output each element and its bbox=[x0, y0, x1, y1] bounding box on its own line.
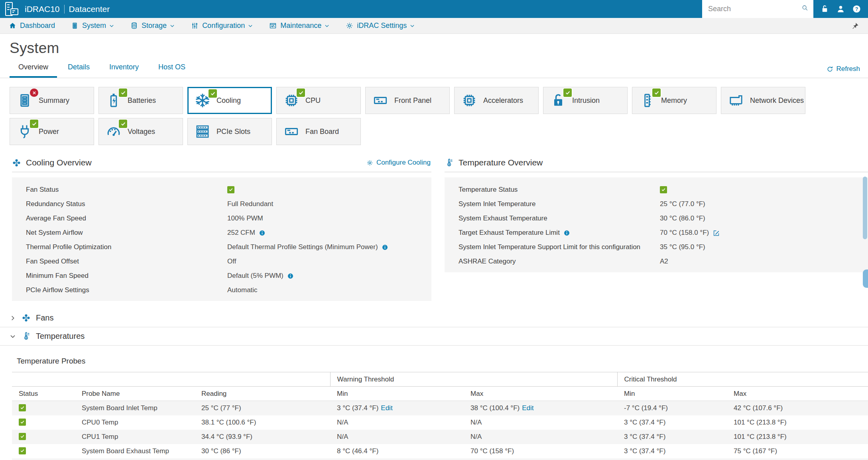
cell-warning-min-text: 8 °C (46.4 °F) bbox=[337, 447, 378, 455]
nav-item-system[interactable]: System bbox=[71, 22, 114, 30]
edit-link[interactable]: Edit bbox=[381, 404, 392, 412]
tile-voltages[interactable]: Voltages bbox=[98, 118, 183, 145]
tile-label: Cooling bbox=[217, 96, 241, 105]
tile-pcie-slots[interactable]: PCIe Slots bbox=[187, 118, 272, 145]
cooling-row-fan-status: Fan Status bbox=[12, 183, 431, 197]
refresh-button[interactable]: Refresh bbox=[827, 65, 860, 78]
table-row: System Board Inlet Temp25 °C (77 °F)3 °C… bbox=[12, 401, 868, 415]
side-flyout-tab[interactable] bbox=[863, 269, 868, 288]
kv-label-text: Fan Speed Offset bbox=[26, 258, 79, 265]
chevron-down-icon bbox=[248, 23, 253, 29]
kv-value: 70 °C (158.0 °F) bbox=[660, 229, 720, 237]
cell-warning-max: N/A bbox=[464, 415, 617, 430]
cell-reading: 30 °C (86 °F) bbox=[195, 444, 330, 458]
tile-summary[interactable]: Summary bbox=[10, 87, 94, 114]
kv-value-text: 100% PWM bbox=[227, 214, 263, 222]
global-search[interactable] bbox=[702, 0, 813, 18]
edit-icon[interactable] bbox=[713, 229, 720, 237]
info-icon[interactable] bbox=[287, 273, 294, 279]
tile-power[interactable]: Power bbox=[10, 118, 94, 145]
kv-label: Average Fan Speed bbox=[26, 214, 227, 222]
fan-icon bbox=[22, 313, 31, 322]
tab-details[interactable]: Details bbox=[59, 61, 98, 78]
status-ok-icon bbox=[227, 186, 234, 193]
cell-critical-max-text: 101 °C (213.8 °F) bbox=[734, 419, 787, 426]
main-nav: DashboardSystemStorageConfigurationMaint… bbox=[0, 18, 868, 34]
temperatures-section-toggle[interactable]: Temperatures bbox=[0, 327, 868, 346]
cooling-overview-section: Cooling Overview Configure Cooling Fan S… bbox=[12, 156, 431, 301]
search-input[interactable] bbox=[707, 4, 801, 14]
tile-label: Front Panel bbox=[394, 96, 431, 105]
cooling-overview-title: Cooling Overview bbox=[26, 158, 92, 167]
info-icon[interactable] bbox=[259, 230, 266, 236]
tile-cooling[interactable]: Cooling bbox=[187, 87, 272, 114]
kv-label-text: PCIe Airflow Settings bbox=[26, 286, 89, 294]
status-ok-badge bbox=[563, 88, 572, 97]
info-icon[interactable] bbox=[563, 230, 570, 236]
pin-icon[interactable] bbox=[851, 22, 859, 30]
cooling-row-average-fan-speed: Average Fan Speed100% PWM bbox=[12, 211, 431, 226]
cell-reading: 38.1 °C (100.6 °F) bbox=[195, 415, 330, 430]
nav-item-storage[interactable]: Storage bbox=[130, 22, 175, 30]
kv-label-text: Temperature Status bbox=[459, 186, 518, 194]
group-header-blank bbox=[12, 372, 330, 387]
tile-network-devices[interactable]: Network Devices bbox=[721, 87, 805, 114]
cell-probe-name: Max DIMM Temperature bbox=[75, 458, 195, 460]
cell-probe-name: System Board Exhaust Temp bbox=[75, 444, 195, 458]
tile-fan-board[interactable]: Fan Board bbox=[276, 118, 361, 145]
tile-batteries[interactable]: Batteries bbox=[98, 87, 183, 114]
nav-item-dashboard[interactable]: Dashboard bbox=[9, 22, 55, 30]
nav-item-configuration[interactable]: Configuration bbox=[191, 22, 253, 30]
tile-label: CPU bbox=[305, 96, 321, 105]
lock-open-icon[interactable] bbox=[820, 4, 829, 14]
table-row: System Board Exhaust Temp30 °C (86 °F)8 … bbox=[12, 444, 868, 458]
tab-inventory[interactable]: Inventory bbox=[100, 61, 148, 78]
kv-value-text: Default (5% PWM) bbox=[227, 272, 283, 280]
edit-link[interactable]: Edit bbox=[522, 404, 533, 412]
tile-cpu[interactable]: CPU bbox=[276, 87, 361, 114]
cell-critical-min: N/A bbox=[617, 458, 727, 460]
nav-item-maintenance[interactable]: Maintenance bbox=[269, 22, 330, 30]
help-icon[interactable]: ? bbox=[852, 4, 861, 14]
kv-value-text: A2 bbox=[660, 258, 668, 265]
tile-intrusion[interactable]: Intrusion bbox=[543, 87, 628, 114]
cell-critical-min: 3 °C (37.4 °F) bbox=[617, 415, 727, 430]
cooling-row-pcie-airflow-settings: PCIe Airflow SettingsAutomatic bbox=[12, 283, 431, 297]
status-ok-badge bbox=[297, 88, 305, 97]
kv-value: 100% PWM bbox=[227, 214, 263, 222]
user-icon[interactable] bbox=[836, 4, 845, 14]
kv-label-text: Thermal Profile Optimization bbox=[26, 243, 111, 251]
column-header-status: Status bbox=[12, 387, 75, 401]
fans-section-toggle[interactable]: Fans bbox=[0, 309, 868, 327]
kv-value: Default (5% PWM) bbox=[227, 272, 294, 280]
configure-cooling-link[interactable]: Configure Cooling bbox=[366, 159, 431, 167]
cell-warning-min: 3 °C (37.4 °F)Edit bbox=[330, 401, 464, 415]
tile-label: Summary bbox=[39, 96, 69, 105]
cell-probe-name-text: CPU1 Temp bbox=[82, 433, 118, 440]
kv-label: ASHRAE Category bbox=[459, 258, 660, 265]
nav-item-label: iDRAC Settings bbox=[357, 22, 407, 30]
group-header-warning-threshold: Warning Threshold bbox=[330, 372, 617, 387]
tab-overview[interactable]: Overview bbox=[10, 61, 57, 78]
tile-memory[interactable]: Memory bbox=[632, 87, 716, 114]
tile-front-panel[interactable]: Front Panel bbox=[365, 87, 450, 114]
cell-probe-name-text: System Board Exhaust Temp bbox=[82, 447, 169, 455]
kv-value: 252 CFM bbox=[227, 229, 266, 237]
cooling-overview-panel: Fan StatusRedundancy StatusFull Redundan… bbox=[12, 177, 431, 301]
kv-value-text: 252 CFM bbox=[227, 229, 255, 237]
tile-accelerators[interactable]: Accelerators bbox=[454, 87, 539, 114]
tab-host-os[interactable]: Host OS bbox=[150, 61, 194, 78]
search-icon[interactable] bbox=[801, 4, 808, 14]
cell-reading: 25 °C (77 °F) bbox=[195, 401, 330, 415]
temperature-row-system-exhaust-temperature: System Exhaust Temperature30 °C (86.0 °F… bbox=[445, 211, 868, 226]
column-header-reading: Reading bbox=[195, 387, 330, 401]
nav-item-idrac-settings[interactable]: iDRAC Settings bbox=[346, 22, 415, 30]
temperature-row-system-inlet-temperature-support-limit-for-this-configuration: System Inlet Temperature Support Limit f… bbox=[445, 240, 868, 254]
kv-value: 30 °C (86.0 °F) bbox=[660, 214, 705, 222]
panel-icon bbox=[372, 92, 388, 108]
scrollbar-thumb[interactable] bbox=[863, 177, 867, 239]
nav-item-label: Maintenance bbox=[280, 22, 321, 30]
cell-reading-text: 34.4 °C (93.9 °F) bbox=[201, 433, 252, 440]
info-icon[interactable] bbox=[382, 244, 388, 251]
kv-value: Automatic bbox=[227, 286, 258, 294]
